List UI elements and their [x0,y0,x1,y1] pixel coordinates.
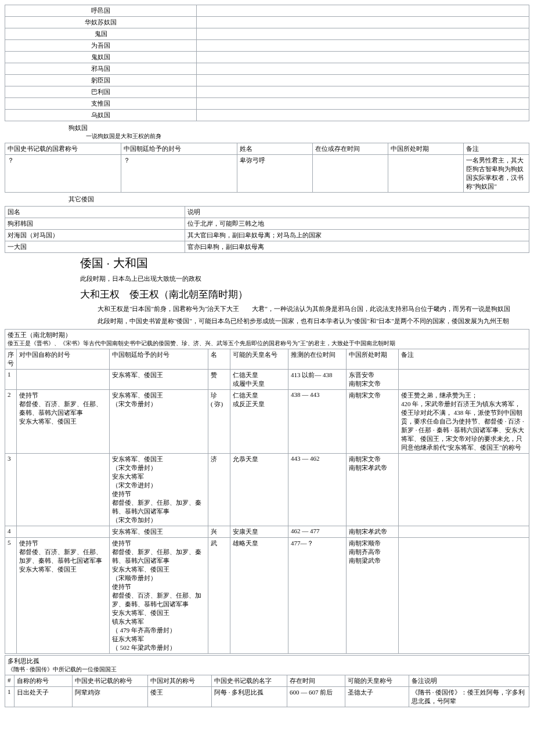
duolisi-caption-title: 多利思比孤 [8,657,526,665]
dl-cell: 日出处天子 [15,687,73,707]
dl-h5: 存在时间 [287,675,345,687]
gounu-h3: 姓名 [237,143,313,155]
gounu-title: 狗奴国 [68,124,529,132]
five-kings-caption-title: 倭五王（南北朝时期） [8,331,526,339]
gounu-cell: ？ [121,155,237,193]
fk-cell: 兴 [208,526,230,538]
gounu-table: 中国史书记载的国君称号 中国朝廷给予的封号 姓名 在位或存在时间 中国所处时期 … [5,143,529,193]
five-kings-caption-note: 倭五王是《晋书》、《宋书》等古代中国南朝史书中记载的倭国赞、珍、济、兴、武等五个… [8,339,526,348]
dl-cell: 倭王 [148,687,212,707]
fk-cell [17,526,110,538]
gounu-h6: 备注 [464,143,529,155]
duolisi-caption-note: 《隋书 · 倭国传》中所记载的一位倭国国王 [8,665,526,674]
ow-desc: 官亦曰卑狗，副曰卑奴母离 [185,241,529,253]
fk-cell [399,526,529,538]
country-name: 邪马国 [5,63,197,75]
dl-h7: 备注说明 [409,675,529,687]
gounu-h2: 中国朝廷给予的封号 [121,143,237,155]
gounu-cell [388,155,464,193]
country-empty [197,5,529,17]
other-wa-table: 国名 说明 狗邪韩国位于北岸，可能即三韩之地对海国（对马国）其大官曰卑狗，副曰卑… [5,206,529,253]
dl-h0: # [5,675,15,687]
ow-name: 一大国 [5,241,185,253]
section1-desc: 此段时期，日本岛上已出现大致统一的政权 [80,274,529,283]
dl-h4: 中国史书记载的名字 [212,675,287,687]
fk-cell: 赞 [208,370,230,390]
dl-h6: 可能的天皇称号 [345,675,409,687]
fk-cell [17,454,110,526]
fk-cell: 安东将军、倭国王 [110,526,208,538]
country-name: 躬臣国 [5,75,197,86]
fk-cell: 南朝宋孝武帝 [347,526,399,538]
ow-desc: 其大官曰卑狗，副曰卑奴母离；对马岛上的国家 [185,230,529,241]
gounu-cell: 卑弥弓呼 [237,155,313,193]
fk-cell [399,538,529,654]
fk-h0: 序号 [5,349,17,370]
fk-cell: 438 — 443 [288,390,347,454]
country-empty [197,110,529,121]
fk-cell: 使持节 都督倭、百济、新罗、任那、秦韩、慕韩六国诸军事 安东大将军、倭国王 [17,390,110,454]
gounu-cell [313,155,388,193]
country-name: 鬼奴国 [5,52,197,63]
gounu-cell: ？ [5,155,121,193]
fk-cell: 南朝宋文帝 [347,390,399,454]
country-empty [197,17,529,28]
other-wa-h1: 国名 [5,207,185,218]
fk-h6: 中国所处时期 [347,349,399,370]
fk-h1: 对中国自称的封号 [17,349,110,370]
fk-cell: 安东将军、倭国王 [110,370,208,390]
dl-cell: 圣德太子 [345,687,409,707]
fk-cell: 珍 ( 弥) [208,390,230,454]
dl-h2: 中国史书记载的称号 [73,675,148,687]
duolisi-table: 多利思比孤 《隋书 · 倭国传》中所记载的一位倭国国王 # 自称的称号 中国史书… [5,655,529,707]
country-name: 巴利国 [5,86,197,98]
fk-cell: 5 [5,538,17,654]
country-name: 华奴苏奴国 [5,17,197,28]
fk-cell: 南朝宋文帝 南朝宋孝武帝 [347,454,399,526]
fk-cell: 允恭天皇 [230,454,288,526]
section1-heading: 倭国 · 大和国 [80,255,529,271]
fk-h2: 中国朝廷给予的封号 [110,349,208,370]
five-kings-caption: 倭五王（南北朝时期） 倭五王是《晋书》、《宋书》等古代中国南朝史书中记载的倭国赞… [5,330,529,349]
section2-heading: 大和王权 倭王权（南北朝至隋时期） [80,288,529,301]
duolisi-caption: 多利思比孤 《隋书 · 倭国传》中所记载的一位倭国国王 [5,656,529,675]
fk-h7: 备注 [399,349,529,370]
country-empty [197,75,529,86]
gounu-heading-block: 狗奴国 一说狗奴国是大和王权的前身 [68,124,529,140]
country-name: 为吾国 [5,40,197,52]
gounu-h5: 中国所处时期 [388,143,464,155]
country-name: 乌奴国 [5,110,197,121]
dl-h1: 自称的称号 [15,675,73,687]
section2-desc1: 大和王权是"日本国"前身，国君称号为"治天下大王 大君"，一种说法认为其前身是邪… [98,305,529,313]
fk-h5: 推测的在位时间 [288,349,347,370]
fk-cell: 使持节 都督倭、百济、新罗、任那、加罗、秦韩、慕韩七国诸军事 安东大将军、倭国王 [17,538,110,654]
gounu-note: 一说狗奴国是大和王权的前身 [86,132,529,140]
other-wa-h2: 说明 [185,207,529,218]
fk-cell: 1 [5,370,17,390]
ow-name: 对海国（对马国） [5,230,185,241]
fk-cell: 安康天皇 [230,526,288,538]
fk-cell: 武 [208,538,230,654]
fk-h3: 名 [208,349,230,370]
fk-cell: 雄略天皇 [230,538,288,654]
other-wa-title: 其它倭国 [68,195,529,204]
fk-cell: 倭王赞之弟，继承赞为王； 420 年，宋武帝册封百济王为镇东大将军，倭王珍对此不… [399,390,529,454]
dl-h3: 中国对其的称号 [148,675,212,687]
fk-cell: 安东将军、倭国王 （宋文帝册封） 安东大将军 （宋文帝进封） 使持节 都督倭、新… [110,454,208,526]
country-empty [197,86,529,98]
fk-h4: 可能的天皇名号 [230,349,288,370]
country-name: 呼邑国 [5,5,197,17]
fk-cell: 使持节 都督倭、新罗、任那、加罗、秦韩、慕韩六国诸军事 安东大将军、倭国王 （宋… [110,538,208,654]
ow-name: 狗邪韩国 [5,218,185,230]
fk-cell [399,454,529,526]
countries-table: 呼邑国华奴苏奴国鬼国为吾国鬼奴国邪马国躬臣国巴利国支惟国乌奴国 [5,5,529,121]
country-empty [197,98,529,110]
fk-cell: 477—？ [288,538,347,654]
ow-desc: 位于北岸，可能即三韩之地 [185,218,529,230]
five-kings-table: 倭五王（南北朝时期） 倭五王是《晋书》、《宋书》等古代中国南朝史书中记载的倭国赞… [5,329,529,654]
gounu-cell: 一名男性君主，其大臣狗古智卑狗为狗奴国实际掌权者，汉书称"拘奴国" [464,155,529,193]
fk-cell: 东晋安帝 南朝宋文帝 [347,370,399,390]
section2-desc2: 此段时期，中国史书皆是称"倭国"，可能日本岛已经初步形成统一国家，也有日本学者认… [98,317,529,325]
fk-cell: 443 — 462 [288,454,347,526]
fk-cell [17,370,110,390]
